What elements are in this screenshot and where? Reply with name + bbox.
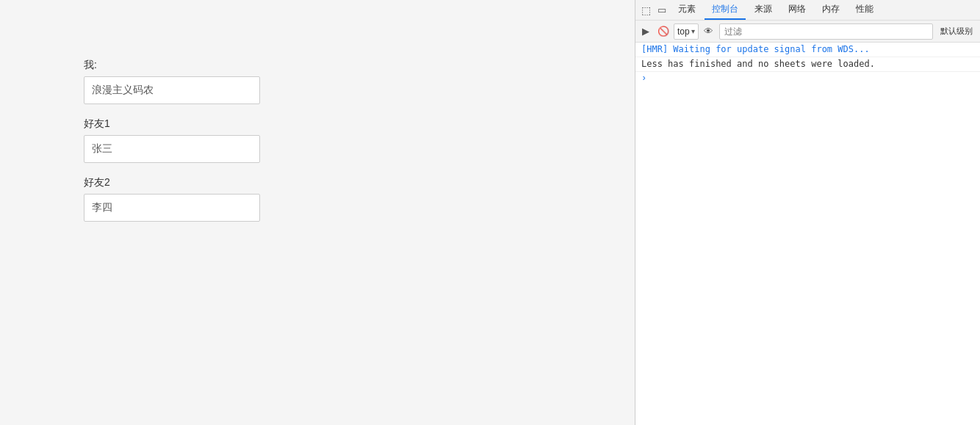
- tab-performance[interactable]: 性能: [849, 0, 881, 20]
- field-group-friend1: 好友1: [84, 117, 551, 163]
- console-line-hmr-text: [HMR] Waiting for update signal from WDS…: [641, 44, 870, 54]
- input-friend1[interactable]: [84, 135, 260, 163]
- tab-sources[interactable]: 来源: [747, 0, 779, 20]
- field-group-me: 我:: [84, 59, 551, 104]
- console-line-hmr: [HMR] Waiting for update signal from WDS…: [635, 43, 980, 57]
- devtools-panel: ⬚ ▭ 元素 控制台 来源 网络 内存 性能 ▶ 🚫 top ▾: [635, 0, 980, 425]
- chevron-down-icon: ▾: [691, 27, 695, 35]
- main-content-area: 我: 好友1 好友2: [0, 0, 635, 425]
- eye-icon[interactable]: 👁: [702, 24, 716, 39]
- inspect-icon[interactable]: ⬚: [638, 3, 653, 18]
- console-line-less: Less has finished and no sheets were loa…: [635, 57, 980, 72]
- tab-elements[interactable]: 元素: [671, 0, 703, 20]
- input-friend2[interactable]: [84, 194, 260, 222]
- field-label-friend1: 好友1: [84, 117, 551, 131]
- console-toolbar: ▶ 🚫 top ▾ 👁 默认级别: [635, 21, 980, 43]
- tab-network[interactable]: 网络: [781, 0, 813, 20]
- prompt-chevron-icon: ›: [641, 73, 646, 84]
- devtools-tab-bar: ⬚ ▭ 元素 控制台 来源 网络 内存 性能: [635, 0, 980, 21]
- input-me[interactable]: [84, 76, 260, 104]
- console-line-less-text: Less has finished and no sheets were loa…: [641, 59, 875, 69]
- log-level-button[interactable]: 默认级别: [936, 24, 977, 38]
- console-output: [HMR] Waiting for update signal from WDS…: [635, 43, 980, 425]
- tab-console[interactable]: 控制台: [705, 0, 746, 20]
- context-selector[interactable]: top ▾: [674, 23, 699, 40]
- field-group-friend2: 好友2: [84, 176, 551, 222]
- tab-memory[interactable]: 内存: [815, 0, 847, 20]
- context-label: top: [677, 26, 690, 37]
- run-icon[interactable]: ▶: [638, 24, 653, 39]
- device-icon[interactable]: ▭: [655, 3, 669, 18]
- field-label-friend2: 好友2: [84, 176, 551, 189]
- block-icon[interactable]: 🚫: [656, 24, 671, 39]
- field-label-me: 我:: [84, 59, 551, 72]
- console-prompt[interactable]: ›: [635, 72, 980, 85]
- filter-input[interactable]: [719, 23, 933, 40]
